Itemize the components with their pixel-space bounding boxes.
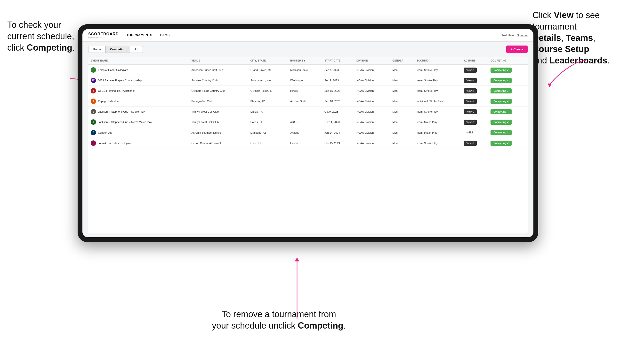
competing-button[interactable]: Competing ✓ — [490, 120, 512, 125]
venue-cell: Olympia Fields Country Club — [189, 86, 248, 96]
annotation-bold: Competing — [27, 43, 72, 52]
actions-cell: View ⊙ — [462, 117, 488, 127]
tab-home[interactable]: Home — [88, 46, 106, 53]
gender-cell: Men — [390, 75, 414, 86]
scoring-cell: team, Stroke Play — [414, 75, 462, 86]
actions-cell: View ⊙ — [462, 138, 488, 149]
event-name-cell: A Copper Cup — [88, 127, 189, 138]
division-cell: NCAA Division I — [354, 138, 390, 149]
division-cell: NCAA Division I — [354, 127, 390, 138]
start-cell: Oct 11, 2023 — [322, 117, 354, 127]
event-name-cell: J Jackson T. Stephens Cup – Stroke Play — [88, 107, 189, 117]
view-button[interactable]: View ⊙ — [464, 88, 476, 93]
annotation-top-right: Click View to see tournament Details, Te… — [532, 10, 639, 66]
competing-cell: Competing ✓ — [488, 65, 528, 75]
nav-teams[interactable]: TEAMS — [158, 32, 170, 38]
competing-cell: Competing ✓ — [488, 127, 528, 138]
scoring-cell: team, Match Play — [414, 127, 462, 138]
venue-cell: Trinity Forest Golf Club — [189, 107, 248, 117]
city-cell: Lihue, HI — [248, 138, 288, 149]
view-button[interactable]: View ⊙ — [464, 120, 476, 125]
table-row: F Folds of Honor Collegiate American Dun… — [88, 65, 528, 75]
team-logo: F — [91, 67, 96, 73]
annotation-line1: To check your — [7, 20, 61, 30]
actions-cell: View ⊙ — [462, 75, 488, 86]
filter-bar: Home Competing All + Create — [88, 45, 528, 53]
gender-cell: Men — [390, 65, 414, 75]
col-scoring: SCORING — [414, 57, 462, 65]
event-name-cell: F Folds of Honor Collegiate — [88, 65, 189, 75]
arrow-right — [540, 58, 588, 87]
table-row: A Copper Cup Ak-Chin Southern DunesMaric… — [88, 127, 528, 138]
scoring-cell: team, Stroke Play — [414, 107, 462, 117]
col-city: CITY, STATE — [248, 57, 288, 65]
division-cell: NCAA Division I — [354, 117, 390, 127]
svg-marker-3 — [295, 258, 299, 261]
view-button[interactable]: View ⊙ — [464, 99, 476, 104]
view-button[interactable]: View ⊙ — [464, 141, 476, 146]
scoring-cell: team, Stroke Play — [414, 65, 462, 75]
hosted-cell: Hawaii — [288, 138, 322, 149]
city-cell: Grand Haven, MI — [248, 65, 288, 75]
annotation-bottom: To remove a tournament from your schedul… — [194, 309, 364, 332]
venue-cell: Trinity Forest Golf Club — [189, 117, 248, 127]
hosted-cell: Michigan State — [288, 65, 322, 75]
competing-cell: Competing ✓ — [488, 107, 528, 117]
hosted-cell: Arizona — [288, 127, 322, 138]
competing-button[interactable]: Competing ✓ — [490, 141, 512, 146]
table-row: J Jackson T. Stephens Cup – Men's Match … — [88, 117, 528, 127]
hosted-cell: Washington — [288, 75, 322, 86]
scoring-cell: team, Match Play — [414, 117, 462, 127]
table-row: P Papago Individual Papago Golf ClubPhoe… — [88, 96, 528, 107]
filter-tabs: Home Competing All — [88, 46, 143, 53]
logo-text: SCOREBOARD — [88, 32, 119, 36]
annotation-line2: current schedule, — [7, 31, 74, 41]
team-logo: I — [91, 88, 96, 93]
view-button[interactable]: View ⊙ — [464, 68, 476, 73]
actions-cell: View ⊙ — [462, 96, 488, 107]
event-name-text: John A. Burns Intercollegiate — [98, 142, 132, 145]
col-gender: GENDER — [390, 57, 414, 65]
event-name-text: Folds of Honor Collegiate — [98, 68, 128, 71]
competing-button[interactable]: Competing ✓ — [490, 99, 512, 104]
gender-cell: Men — [390, 138, 414, 149]
competing-button[interactable]: Competing ✓ — [490, 130, 512, 135]
view-button[interactable]: View ⊙ — [464, 109, 476, 114]
city-cell: Olympia Fields, IL — [248, 86, 288, 96]
competing-button[interactable]: Competing ✓ — [490, 88, 512, 93]
event-name-cell: W 2023 Sahalee Players Championship — [88, 75, 189, 86]
competing-button[interactable]: Competing ✓ — [490, 68, 512, 73]
arrow-bottom — [290, 256, 304, 324]
competing-button[interactable]: Competing ✓ — [490, 78, 512, 83]
nav-signout[interactable]: Sign out — [517, 34, 528, 37]
competing-cell: Competing ✓ — [488, 86, 528, 96]
nav-links: TOURNAMENTS TEAMS — [126, 32, 502, 38]
team-logo: W — [91, 78, 96, 83]
division-cell: NCAA Division I — [354, 65, 390, 75]
event-name-text: 2023 Sahalee Players Championship — [98, 79, 142, 82]
venue-cell: American Dunes Golf Club — [189, 65, 248, 75]
team-logo: H — [91, 141, 96, 146]
competing-cell: Competing ✓ — [488, 96, 528, 107]
venue-cell: Ak-Chin Southern Dunes — [189, 127, 248, 138]
gender-cell: Men — [390, 86, 414, 96]
event-name-cell: J Jackson T. Stephens Cup – Men's Match … — [88, 117, 189, 127]
competing-cell: Competing ✓ — [488, 138, 528, 149]
competing-button[interactable]: Competing ✓ — [490, 109, 512, 114]
gender-cell: Men — [390, 96, 414, 107]
city-cell: Dallas, TX — [248, 117, 288, 127]
view-button[interactable]: View ⊙ — [464, 78, 476, 83]
tab-competing[interactable]: Competing — [106, 46, 130, 53]
table-container: EVENT NAME VENUE CITY, STATE HOSTED BY S… — [88, 57, 528, 233]
edit-button[interactable]: ✏ Edit — [464, 130, 476, 135]
division-cell: NCAA Division I — [354, 75, 390, 86]
tournaments-table: EVENT NAME VENUE CITY, STATE HOSTED BY S… — [88, 57, 528, 149]
nav-user: Test User — [502, 34, 514, 37]
team-logo: A — [91, 130, 96, 135]
start-cell: Oct 9, 2023 — [322, 107, 354, 117]
create-button[interactable]: + Create — [506, 45, 528, 53]
nav-tournaments[interactable]: TOURNAMENTS — [126, 32, 152, 38]
tab-all[interactable]: All — [130, 46, 143, 53]
actions-cell: View ⊙ — [462, 65, 488, 75]
team-logo: P — [91, 99, 96, 104]
